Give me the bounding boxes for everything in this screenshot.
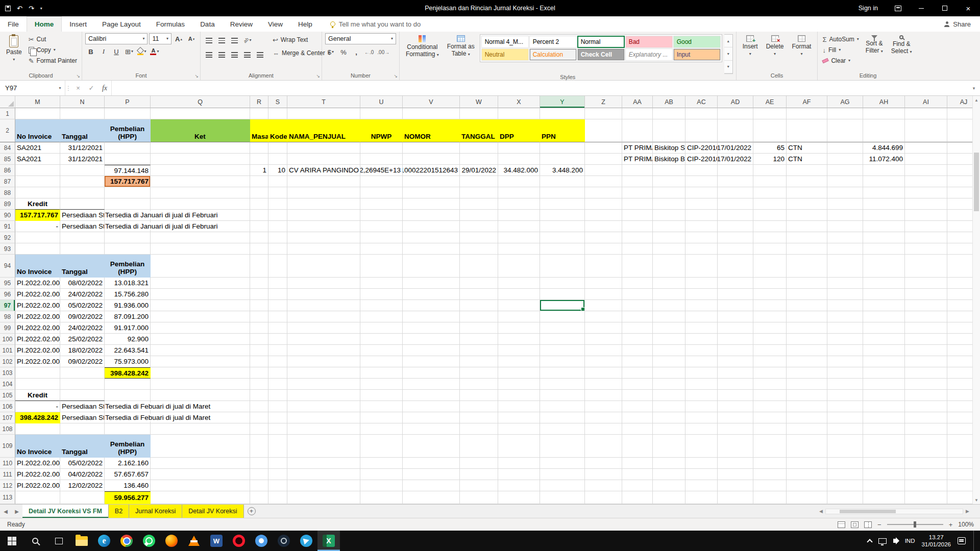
cell-AH100[interactable] [863, 334, 905, 345]
cell-AG95[interactable] [827, 278, 863, 289]
cell-AC113[interactable] [685, 491, 718, 504]
cell-AI108[interactable] [905, 423, 947, 435]
cell-W97[interactable] [460, 300, 498, 311]
cell-Q103[interactable] [151, 367, 250, 379]
cell-AC94[interactable] [685, 255, 718, 278]
cell-AD89[interactable] [718, 198, 753, 210]
cell-N108[interactable] [60, 423, 105, 435]
zoom-slider-thumb[interactable] [914, 521, 916, 528]
cell-P96[interactable]: 15.756.280 [105, 289, 151, 300]
cell-AC106[interactable] [685, 401, 718, 412]
cell-T86[interactable]: CV ARIRA PANGINDO [287, 165, 360, 176]
cell-AE94[interactable] [753, 255, 787, 278]
cell-AE99[interactable] [753, 322, 787, 334]
increase-font-size-button[interactable]: A▴ [173, 33, 184, 44]
cell-AG84[interactable] [827, 142, 863, 154]
cell-AB98[interactable] [653, 311, 685, 322]
accounting-format-button[interactable]: $▾ [325, 46, 336, 58]
ribbon-tab-data[interactable]: Data [192, 16, 223, 32]
cell-AI97[interactable] [905, 300, 947, 311]
cell-AG88[interactable] [827, 187, 863, 198]
cell-V94[interactable] [403, 255, 460, 278]
cell-AA101[interactable] [622, 345, 653, 356]
cell-Z97[interactable] [585, 300, 622, 311]
cell-AF102[interactable] [787, 356, 827, 367]
show-hidden-icons-icon[interactable] [867, 539, 872, 544]
cell-N111[interactable]: 04/02/2022 [60, 469, 105, 480]
cell-T100[interactable] [287, 334, 360, 345]
cell-AI105[interactable] [905, 390, 947, 401]
cell-AD96[interactable] [718, 289, 753, 300]
cell-AI95[interactable] [905, 278, 947, 289]
cell-U98[interactable] [360, 311, 403, 322]
cell-AG107[interactable] [827, 412, 863, 423]
cell-V98[interactable] [403, 311, 460, 322]
cell-AD88[interactable] [718, 187, 753, 198]
cell-AB109[interactable] [653, 435, 685, 458]
cell-P104[interactable] [105, 379, 151, 390]
cut-button[interactable]: ✂Cut [27, 34, 79, 44]
cell-U110[interactable] [360, 458, 403, 469]
cell-AB96[interactable] [653, 289, 685, 300]
cell-U108[interactable] [360, 423, 403, 435]
cell-Q92[interactable] [151, 232, 250, 243]
row-header-84[interactable]: 84 [0, 142, 15, 154]
cell-AG103[interactable] [827, 367, 863, 379]
next-sheet-button[interactable]: ▶ [11, 505, 22, 518]
cell-AH107[interactable] [863, 412, 905, 423]
cell-V112[interactable] [403, 480, 460, 491]
cell-R91[interactable] [250, 221, 268, 232]
percent-style-button[interactable]: % [338, 46, 349, 58]
cell-AB103[interactable] [653, 367, 685, 379]
cell-AI113[interactable] [905, 491, 947, 504]
cell-S90[interactable] [268, 210, 287, 221]
cell-AF93[interactable] [787, 243, 827, 255]
cell-AD86[interactable] [718, 165, 753, 176]
cell-AE111[interactable] [753, 469, 787, 480]
cell-N98[interactable]: 09/02/2022 [60, 311, 105, 322]
cell-V95[interactable] [403, 278, 460, 289]
cell-AD113[interactable] [718, 491, 753, 504]
cell-Y87[interactable] [540, 176, 585, 187]
cell-U2[interactable]: NPWP [360, 119, 403, 142]
cell-Z102[interactable] [585, 356, 622, 367]
cell-AB101[interactable] [653, 345, 685, 356]
alignment-dialog-launcher[interactable]: ↘ [316, 74, 320, 79]
cell-Y109[interactable] [540, 435, 585, 458]
cell-AG102[interactable] [827, 356, 863, 367]
cell-U87[interactable] [360, 176, 403, 187]
cell-style-calculation[interactable]: Calculation [529, 48, 577, 61]
cell-R113[interactable] [250, 491, 268, 504]
cell-AI107[interactable] [905, 412, 947, 423]
cell-T93[interactable] [287, 243, 360, 255]
cell-S104[interactable] [268, 379, 287, 390]
cell-AI101[interactable] [905, 345, 947, 356]
cell-AG96[interactable] [827, 289, 863, 300]
cell-R94[interactable] [250, 255, 268, 278]
volume-tray-icon[interactable] [893, 539, 896, 543]
cell-Z94[interactable] [585, 255, 622, 278]
cell-AB2[interactable] [653, 119, 685, 142]
cell-Z104[interactable] [585, 379, 622, 390]
cell-AF94[interactable] [787, 255, 827, 278]
column-header-S[interactable]: S [268, 96, 287, 108]
cell-Y105[interactable] [540, 390, 585, 401]
cell-AA1[interactable] [622, 108, 653, 119]
cell-AH1[interactable] [863, 108, 905, 119]
cell-AE2[interactable] [753, 119, 787, 142]
gallery-up-icon[interactable]: ▴ [724, 35, 732, 47]
sheet-tab-detail-jv-koreksi[interactable]: Detail JV Koreksi [182, 505, 243, 518]
cell-AE109[interactable] [753, 435, 787, 458]
cell-AE85[interactable]: 120 [753, 154, 787, 165]
cell-Z87[interactable] [585, 176, 622, 187]
cell-AA95[interactable] [622, 278, 653, 289]
cell-Y99[interactable] [540, 322, 585, 334]
cell-AE89[interactable] [753, 198, 787, 210]
paste-dropdown-icon[interactable]: ▾ [13, 58, 15, 62]
row-header-101[interactable]: 101 [0, 345, 15, 356]
cell-S101[interactable] [268, 345, 287, 356]
cell-AE102[interactable] [753, 356, 787, 367]
cell-N106[interactable]: Persediaan Stok [60, 401, 105, 412]
cell-Z91[interactable] [585, 221, 622, 232]
cell-AH87[interactable] [863, 176, 905, 187]
